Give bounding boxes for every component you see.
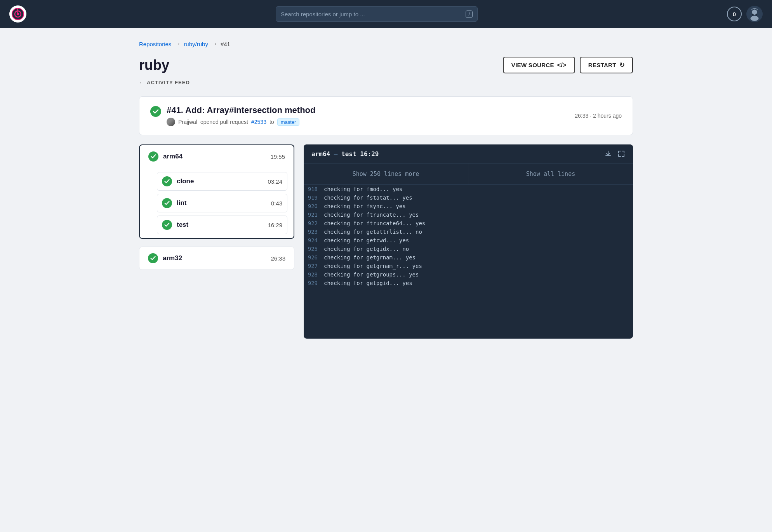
show-250-button[interactable]: Show 250 lines more [304,163,468,184]
breadcrumb-sep-1: → [174,40,181,47]
terminal-line: 918checking for fmod... yes [304,185,633,193]
user-avatar[interactable] [746,6,763,22]
search-container: / [276,6,478,22]
step-test-left: test [162,220,188,230]
step-card-test[interactable]: test 16:29 [157,216,287,234]
line-text: checking for getgidx... no [324,246,409,252]
terminal-line: 924checking for getcwd... yes [304,236,633,245]
step-lint-time: 0:43 [271,200,282,207]
source-icon: </> [557,62,567,69]
terminal-show-more-row: Show 250 lines more Show all lines [304,163,633,185]
page-title: ruby [139,57,169,73]
line-text: checking for getgroups... yes [324,271,419,278]
step-arm64-left: arm64 [148,151,183,162]
page-title-row: ruby VIEW SOURCE </> RESTART ↻ [139,57,633,73]
author-avatar [167,118,175,126]
logo-icon [12,8,24,20]
line-text: checking for fstatat... yes [324,195,412,201]
terminal-title-name: arm64 [311,150,330,158]
header: / 0 [0,0,772,28]
terminal-line: 921checking for ftruncate... yes [304,210,633,219]
search-kbd: / [466,10,473,18]
terminal-line: 923checking for getattrlist... no [304,228,633,236]
activity-feed-link[interactable]: ← ACTIVITY FEED [139,80,633,85]
line-number: 926 [304,254,324,261]
content-grid: arm64 19:55 clone [139,144,633,339]
step-card-lint[interactable]: lint 0:43 [157,194,287,212]
step-arm64-name: arm64 [163,153,183,160]
step-clone-name: clone [177,177,194,185]
terminal-line: 920checking for fsync... yes [304,202,633,210]
step-test-name: test [177,221,188,229]
branch-tag: master [277,118,300,126]
line-number: 921 [304,212,324,218]
terminal-title-subtitle: test 16:29 [341,150,379,158]
terminal-title-sep: — [334,150,341,158]
terminal-header-actions [604,150,625,158]
line-number: 929 [304,280,324,286]
job-separator: · [590,113,593,119]
download-icon[interactable] [604,150,612,158]
show-all-button[interactable]: Show all lines [468,163,633,184]
line-text: checking for fsync... yes [324,203,406,209]
line-text: checking for ftruncate64... yes [324,220,425,226]
line-text: checking for getgrnam_r... yes [324,263,422,269]
line-number: 918 [304,186,324,192]
main-content: Repositories → ruby/ruby → #41 ruby VIEW… [130,28,642,351]
restart-button[interactable]: RESTART ↻ [580,57,633,73]
breadcrumb-repositories[interactable]: Repositories [139,41,171,47]
job-duration: 26:33 [575,113,588,119]
check-icon [153,108,159,115]
breadcrumb-repo[interactable]: ruby/ruby [184,41,208,47]
expand-svg [617,150,625,158]
step-arm32-name: arm32 [163,254,182,262]
line-number: 927 [304,263,324,269]
job-card-info: #41. Add: Array#intersection method Praj… [167,105,315,126]
activity-feed-label: ACTIVITY FEED [147,80,190,85]
terminal-header: arm64 — test 16:29 [304,144,633,163]
step-card-arm64[interactable]: arm64 19:55 clone [139,144,294,239]
download-svg [604,150,612,158]
restart-icon: ↻ [619,61,624,69]
search-wrapper: / [33,6,721,22]
steps-list: arm64 19:55 clone [139,144,294,270]
line-text: checking for fmod... yes [324,186,402,192]
view-source-button[interactable]: VIEW SOURCE </> [503,57,575,73]
breadcrumb-sep-2: → [211,40,217,47]
line-text: checking for getpgid... yes [324,280,412,286]
step-clone-check-icon [164,179,170,184]
line-number: 920 [304,203,324,209]
view-source-label: VIEW SOURCE [511,62,554,68]
line-text: checking for getattrlist... no [324,229,422,235]
step-arm32-left: arm32 [148,253,182,263]
line-number: 924 [304,237,324,243]
svg-point-5 [751,16,759,21]
step-clone-left: clone [162,176,194,186]
sub-steps: clone 03:24 lint [140,168,294,238]
step-lint-icon [162,198,172,208]
step-arm64-check-icon [151,154,156,159]
logo[interactable] [9,5,26,23]
line-number: 922 [304,220,324,226]
notifications-badge[interactable]: 0 [727,7,742,21]
step-arm64-icon [148,151,158,162]
header-actions: 0 [727,6,763,22]
svg-point-7 [755,14,757,16]
line-text: checking for ftruncate... yes [324,212,419,218]
job-ago: 2 hours ago [593,113,622,119]
step-arm32-check-icon [150,256,156,261]
pr-link[interactable]: #2533 [251,119,266,125]
job-card-left: #41. Add: Array#intersection method Praj… [150,105,315,126]
line-number: 925 [304,246,324,252]
author-name: Prajjwal [178,119,197,125]
search-input[interactable] [281,11,463,17]
avatar-icon [747,7,762,21]
step-test-check-icon [164,222,170,228]
step-card-arm32[interactable]: arm32 26:33 [139,247,294,270]
step-card-clone[interactable]: clone 03:24 [157,172,287,191]
expand-icon[interactable] [617,150,625,158]
terminal-line: 925checking for getgidx... no [304,245,633,253]
restart-label: RESTART [588,62,616,68]
terminal-line: 929checking for getpgid... yes [304,279,633,287]
breadcrumb-current: #41 [221,41,230,47]
